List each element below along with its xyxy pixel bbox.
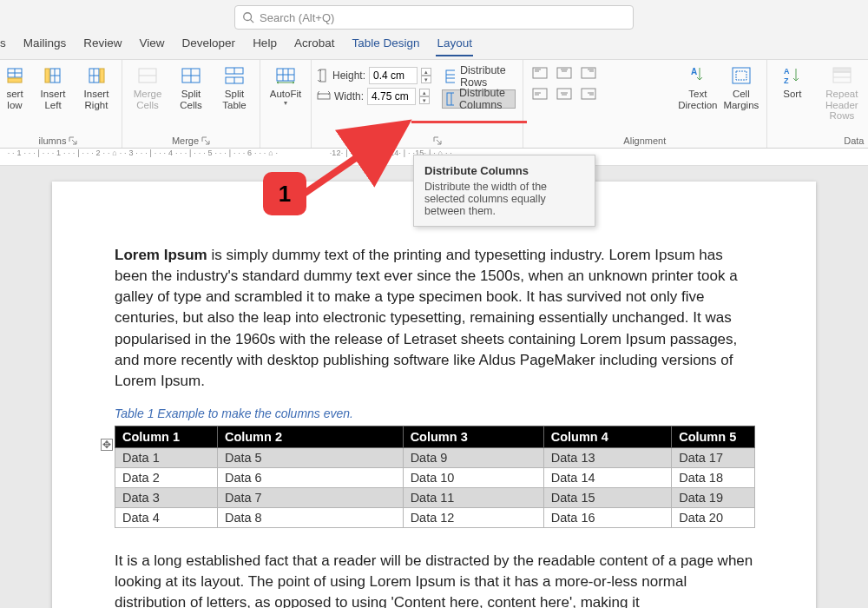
svg-line-1 (251, 20, 254, 23)
table-caption: Table 1 Example to make the columns even… (115, 406, 755, 420)
text-direction-button[interactable]: A Text Direction (678, 63, 718, 110)
table-cell[interactable]: Data 18 (672, 467, 755, 487)
ribbon: sert low Insert Left Insert Right ilumns… (0, 60, 868, 149)
height-input[interactable] (369, 67, 418, 84)
table-cell[interactable]: Data 1 (115, 447, 218, 467)
width-label: Width: (334, 90, 364, 102)
height-spinner[interactable]: ▴▾ (421, 68, 431, 83)
annotation-underline (411, 121, 527, 123)
table-cell[interactable]: Data 3 (115, 487, 218, 507)
table-header[interactable]: Column 4 (543, 426, 671, 447)
table-header[interactable]: Column 3 (403, 426, 543, 447)
autofit-button[interactable]: AutoFit ▾ (266, 63, 306, 107)
tooltip-body: Distribute the width of the selected col… (424, 181, 584, 217)
distribute-columns-button[interactable]: Distribute Columns (442, 89, 516, 109)
alignment-grid[interactable] (529, 63, 600, 103)
tab-table-design[interactable]: Table Design (351, 35, 420, 56)
tab-view[interactable]: View (139, 35, 166, 56)
annotation-badge: 1 (263, 172, 306, 215)
distribute-rows-button[interactable]: Distribute Rows (442, 67, 516, 86)
insert-below-button[interactable]: sert low (0, 63, 30, 110)
insert-left-button[interactable]: Insert Left (33, 63, 73, 110)
dialog-launcher-icon[interactable] (433, 136, 442, 145)
dialog-launcher-icon[interactable] (201, 136, 210, 145)
svg-rect-44 (533, 89, 547, 99)
table-header[interactable]: Column 1 (115, 426, 218, 447)
distribute-columns-icon (446, 92, 454, 106)
table-cell[interactable]: Data 2 (115, 467, 218, 487)
tab-review[interactable]: Review (82, 35, 122, 56)
table-cell[interactable]: Data 8 (217, 507, 403, 527)
table-cell[interactable]: Data 7 (217, 487, 403, 507)
svg-rect-32 (447, 93, 454, 105)
table-cell[interactable]: Data 14 (543, 467, 671, 487)
tooltip-title: Distribute Columns (424, 164, 584, 177)
tab-acrobat[interactable]: Acrobat (293, 35, 336, 56)
table-cell[interactable]: Data 11 (403, 487, 543, 507)
table-cell[interactable]: Data 12 (403, 507, 543, 527)
tab-strip: s Mailings Review View Developer Help Ac… (0, 33, 868, 60)
table-cell[interactable]: Data 13 (543, 447, 671, 467)
svg-point-0 (244, 13, 252, 21)
paragraph-1: Lorem Ipsum is simply dummy text of the … (115, 245, 755, 392)
tab-help[interactable]: Help (252, 35, 278, 56)
alignment-grid-bottom[interactable] (603, 63, 674, 83)
table-cell[interactable]: Data 17 (672, 447, 755, 467)
cell-margins-button[interactable]: Cell Margins (721, 63, 761, 110)
width-icon (317, 90, 331, 102)
table-cell[interactable]: Data 20 (672, 507, 755, 527)
table-move-handle[interactable]: ✥ (101, 439, 113, 451)
tab-partial[interactable]: s (0, 35, 7, 56)
tab-layout[interactable]: Layout (436, 35, 473, 56)
table-header[interactable]: Column 5 (672, 426, 755, 447)
table-cell[interactable]: Data 6 (217, 467, 403, 487)
search-icon (242, 11, 254, 23)
svg-rect-13 (100, 69, 104, 83)
width-spinner[interactable]: ▴▾ (419, 89, 430, 104)
table-row[interactable]: Data 3Data 7Data 11Data 15Data 19 (115, 487, 755, 507)
split-cells-button[interactable]: Split Cells (171, 63, 211, 110)
svg-text:A: A (784, 67, 790, 76)
height-icon (317, 69, 329, 83)
split-table-button[interactable]: Split Table (214, 63, 254, 110)
search-input[interactable]: Search (Alt+Q) (234, 5, 634, 30)
svg-rect-54 (733, 68, 750, 83)
table-cell[interactable]: Data 19 (672, 487, 755, 507)
sort-button[interactable]: AZ Sort (773, 63, 812, 100)
tab-mailings[interactable]: Mailings (23, 35, 68, 56)
height-label: Height: (332, 69, 365, 82)
svg-rect-9 (45, 69, 49, 83)
table-header[interactable]: Column 2 (217, 426, 403, 447)
table-cell[interactable]: Data 4 (115, 507, 218, 527)
svg-text:A: A (691, 67, 697, 76)
table-cell[interactable]: Data 15 (543, 487, 671, 507)
svg-rect-58 (833, 68, 851, 72)
repeat-header-rows-button: Repeat Header Rows (816, 63, 868, 122)
merge-cells-button: Merge Cells (128, 63, 168, 110)
tooltip: Distribute Columns Distribute the width … (413, 155, 595, 227)
page: Lorem Ipsum is simply dummy text of the … (52, 182, 816, 608)
table-row[interactable]: Data 4Data 8Data 12Data 16Data 20 (115, 507, 755, 527)
table-cell[interactable]: Data 10 (403, 467, 543, 487)
document-area: Lorem Ipsum is simply dummy text of the … (0, 166, 868, 608)
width-input[interactable] (367, 88, 416, 105)
chevron-down-icon: ▾ (284, 100, 287, 108)
svg-rect-55 (736, 71, 746, 80)
search-placeholder: Search (Alt+Q) (260, 11, 334, 24)
table-cell[interactable]: Data 16 (543, 507, 671, 527)
svg-rect-28 (318, 94, 330, 99)
table-cell[interactable]: Data 9 (403, 447, 543, 467)
insert-right-button[interactable]: Insert Right (76, 63, 116, 110)
table-row[interactable]: Data 2Data 6Data 10Data 14Data 18 (115, 467, 755, 487)
tab-developer[interactable]: Developer (181, 35, 237, 56)
dialog-launcher-icon[interactable] (69, 136, 77, 145)
distribute-rows-icon (445, 69, 455, 83)
table-cell[interactable]: Data 5 (217, 447, 403, 467)
svg-rect-47 (557, 89, 571, 99)
svg-rect-5 (8, 78, 22, 83)
paragraph-2: It is a long established fact that a rea… (115, 551, 755, 608)
table-row[interactable]: Data 1Data 5Data 9Data 13Data 17 (115, 447, 755, 467)
document-table[interactable]: Column 1Column 2Column 3Column 4Column 5… (115, 426, 755, 528)
svg-rect-29 (446, 70, 455, 83)
svg-text:Z: Z (784, 76, 789, 85)
